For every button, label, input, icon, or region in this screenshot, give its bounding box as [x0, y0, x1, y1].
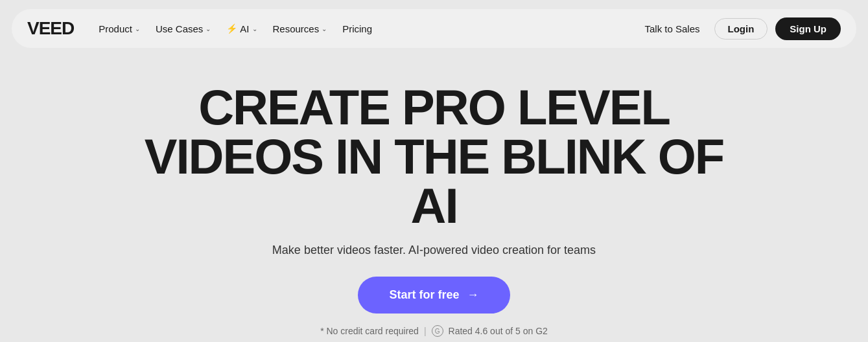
- hero-title-line2: VIDEOS IN THE BLINK OF AI: [145, 129, 723, 233]
- nav-item-product[interactable]: Product ⌄: [92, 19, 147, 38]
- g2-rating-icon: G: [432, 325, 443, 337]
- nav-product-label: Product: [99, 23, 132, 34]
- nav-resources-label: Resources: [273, 23, 320, 34]
- nav-item-pricing[interactable]: Pricing: [336, 19, 379, 38]
- arrow-right-icon: →: [467, 288, 479, 302]
- chevron-down-icon: ⌄: [322, 25, 327, 32]
- hero-section: CREATE PRO LEVEL VIDEOS IN THE BLINK OF …: [0, 57, 868, 337]
- nav-use-cases-label: Use Cases: [156, 23, 203, 34]
- divider: |: [424, 326, 427, 336]
- cta-start-free-button[interactable]: Start for free →: [358, 277, 510, 314]
- hero-title: CREATE PRO LEVEL VIDEOS IN THE BLINK OF …: [143, 83, 726, 231]
- hero-title-line1: CREATE PRO LEVEL: [198, 80, 670, 135]
- chevron-down-icon: ⌄: [252, 25, 257, 32]
- social-proof: * No credit card required | G Rated 4.6 …: [320, 325, 548, 337]
- logo[interactable]: VEED: [27, 18, 74, 39]
- cta-label: Start for free: [389, 288, 459, 302]
- nav-left: VEED Product ⌄ Use Cases ⌄ ⚡ AI ⌄ Resour…: [27, 18, 379, 39]
- navbar: VEED Product ⌄ Use Cases ⌄ ⚡ AI ⌄ Resour…: [12, 9, 856, 48]
- chevron-down-icon: ⌄: [135, 25, 140, 32]
- login-button[interactable]: Login: [714, 18, 768, 40]
- nav-item-resources[interactable]: Resources ⌄: [266, 19, 334, 38]
- no-credit-card-text: * No credit card required: [320, 326, 419, 336]
- nav-ai-label: AI: [240, 23, 249, 34]
- nav-right: Talk to Sales Login Sign Up: [638, 17, 841, 40]
- lightning-icon: ⚡: [226, 23, 237, 34]
- signup-button[interactable]: Sign Up: [775, 17, 841, 40]
- nav-pricing-label: Pricing: [342, 23, 372, 34]
- nav-links: Product ⌄ Use Cases ⌄ ⚡ AI ⌄ Resources ⌄…: [92, 19, 379, 38]
- nav-item-use-cases[interactable]: Use Cases ⌄: [149, 19, 217, 38]
- chevron-down-icon: ⌄: [205, 25, 211, 32]
- hero-subtitle: Make better videos faster. AI-powered vi…: [272, 244, 596, 257]
- nav-item-ai[interactable]: ⚡ AI ⌄: [220, 19, 263, 38]
- rating-text: Rated 4.6 out of 5 on G2: [449, 326, 548, 336]
- talk-to-sales-link[interactable]: Talk to Sales: [638, 19, 706, 38]
